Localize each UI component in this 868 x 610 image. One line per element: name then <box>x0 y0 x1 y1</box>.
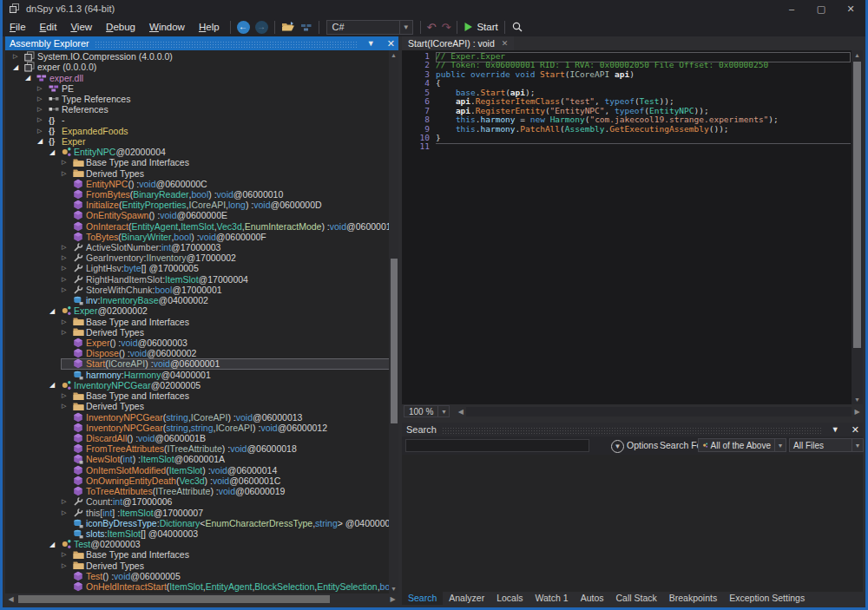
tree-row[interactable]: ▷System.IO.Compression (4.0.0.0) <box>5 51 390 62</box>
tree-row-content[interactable]: ◢exper.dll <box>24 72 390 82</box>
tree-row-content[interactable]: ▷Count : int @17000006 <box>61 496 390 507</box>
panel-close-button[interactable]: ✕ <box>848 424 863 436</box>
tree-row-content[interactable]: ▷ActiveSlotNumber : int @17000003 <box>61 242 390 253</box>
tree-row-content[interactable]: DiscardAll() : void @0600001B <box>61 433 390 443</box>
tree-row[interactable]: OnInteract(EntityAgent, ItemSlot, Vec3d,… <box>5 221 390 232</box>
tree-row-content[interactable]: ▷System.IO.Compression (4.0.0.0) <box>12 51 390 62</box>
menu-item-edit[interactable]: Edit <box>33 22 64 32</box>
tree-row-content[interactable]: ▷{ }- <box>36 115 390 125</box>
scroll-right-arrow[interactable]: ▶ <box>852 408 863 416</box>
tree-row-content[interactable]: ▷StoreWithChunk : bool @17000001 <box>61 285 390 295</box>
expander-icon[interactable]: ▷ <box>61 562 73 569</box>
panel-menu-button[interactable]: ▼ <box>828 425 843 434</box>
tree-row-content[interactable]: ◢{ }Exper <box>36 136 390 147</box>
tree-row-content[interactable]: inv : InventoryBase @04000002 <box>61 295 390 305</box>
menu-item-view[interactable]: View <box>63 22 99 32</box>
expander-icon[interactable]: ▷ <box>36 116 49 123</box>
tree-row-content[interactable]: NewSlot(int) : ItemSlot @0600001A <box>61 454 390 464</box>
tree-row[interactable]: DiscardAll() : void @0600001B <box>5 433 390 443</box>
tree-row-content[interactable]: ▷Base Type and Interfaces <box>61 549 390 560</box>
expander-icon[interactable]: ▷ <box>36 95 49 102</box>
expander-icon[interactable]: ▷ <box>61 254 73 261</box>
tree-row-content[interactable]: ▷LightHsv : byte[] @17000005 <box>61 263 390 273</box>
tree-row[interactable]: ▷Base Type and Interfaces <box>5 316 390 326</box>
redo-button[interactable]: ↷ <box>439 18 454 36</box>
tree-row[interactable]: inv : InventoryBase @04000002 <box>5 295 390 305</box>
expander-icon[interactable]: ▷ <box>36 128 49 134</box>
panel-close-button[interactable]: ✕ <box>384 38 398 49</box>
tree-row-content[interactable]: FromBytes(BinaryReader, bool) : void @06… <box>61 189 390 200</box>
tree-row[interactable]: OnOwningEntityDeath(Vec3d) : void @06000… <box>5 476 390 486</box>
editor-vertical-scrollbar[interactable]: ▲ ▼ <box>852 50 863 404</box>
tree-row-content[interactable]: Test() : void @06000005 <box>61 571 390 581</box>
tree-row[interactable]: ▷Derived Types <box>5 327 390 338</box>
tree-row[interactable]: ▷GearInventory : IInventory @17000002 <box>5 253 390 263</box>
tree-row[interactable]: EntityNPC() : void @0600000C <box>5 179 390 189</box>
language-combobox[interactable]: C# ▼ <box>326 20 413 35</box>
tree-row-content[interactable]: ◢Test @02000003 <box>49 539 390 549</box>
tree-row-content[interactable]: ◢exper (0.0.0.0) <box>12 62 390 72</box>
expander-icon[interactable]: ▷ <box>61 159 73 166</box>
files-combobox[interactable]: All Files ▼ <box>789 438 864 452</box>
tree-row-content[interactable]: ◢EntityNPC @02000004 <box>49 147 390 157</box>
tree-row-content[interactable]: Dispose() : void @06000002 <box>61 348 390 358</box>
expander-icon[interactable]: ◢ <box>36 137 49 145</box>
tree-row-content[interactable]: FromTreeAttributes(ITreeAttribute) : voi… <box>61 443 390 454</box>
tree-row[interactable]: ▷Derived Types <box>5 167 390 178</box>
tree-row[interactable]: ◢Exper @02000002 <box>5 305 390 316</box>
tree-row[interactable]: ToTreeAttributes(ITreeAttribute) : void … <box>5 486 390 496</box>
tree-row[interactable]: ◢Test @02000003 <box>5 539 390 549</box>
tree-row[interactable]: ▷{ }- <box>5 115 390 125</box>
expander-icon[interactable]: ▷ <box>61 551 73 558</box>
expander-icon[interactable]: ▷ <box>61 329 73 336</box>
expander-icon[interactable]: ▷ <box>61 498 73 505</box>
tree-row[interactable]: NewSlot(int) : ItemSlot @0600001A <box>5 454 390 464</box>
tree-row-content[interactable]: Initialize(EntityProperties, ICoreAPI, l… <box>61 200 390 210</box>
tree-row-content[interactable]: ▷RightHandItemSlot : ItemSlot @17000004 <box>61 274 390 285</box>
tree-row[interactable]: harmony : Harmony @04000001 <box>5 370 390 380</box>
tab-close-icon[interactable]: ✕ <box>502 39 509 48</box>
tree-row[interactable]: ▷Base Type and Interfaces <box>5 549 390 560</box>
code-line[interactable]: 3public override void Start(ICoreAPI api… <box>402 70 852 79</box>
tree-row[interactable]: ▷StoreWithChunk : bool @17000001 <box>5 285 390 295</box>
tool-tab-breakpoints[interactable]: Breakpoints <box>663 592 723 605</box>
code-line[interactable]: 11 <box>402 142 852 151</box>
scroll-up-arrow[interactable]: ▲ <box>852 50 863 60</box>
scroll-down-arrow[interactable]: ▼ <box>852 395 863 404</box>
tree-row[interactable]: ▷References <box>5 104 390 115</box>
tree-row-content[interactable]: ◢InventoryNPCGear @02000005 <box>49 380 390 390</box>
tree-row[interactable]: OnHeldInteractStart(ItemSlot, EntityAgen… <box>5 581 390 592</box>
scroll-left-arrow[interactable]: ◀ <box>455 408 466 416</box>
tree-row-content[interactable]: ToBytes(BinaryWriter, bool) : void @0600… <box>61 232 390 242</box>
tree-row[interactable]: InventoryNPCGear(string, string, ICoreAP… <box>5 423 390 433</box>
tool-tab-watch-1[interactable]: Watch 1 <box>529 592 575 605</box>
options-label[interactable]: Options <box>627 440 658 450</box>
tree-row[interactable]: ◢EntityNPC @02000004 <box>5 147 390 157</box>
minimize-button[interactable]: – <box>777 0 806 17</box>
search-assemblies-button[interactable] <box>509 18 526 36</box>
open-module-list-button[interactable] <box>298 18 315 36</box>
menu-item-window[interactable]: Window <box>142 22 192 32</box>
tree-row-content[interactable]: slots : ItemSlot[] @04000003 <box>61 528 390 539</box>
code-editor[interactable]: 1// Exper.Exper2// Token: 0x06000001 RID… <box>402 50 863 404</box>
tool-tab-exception-settings[interactable]: Exception Settings <box>723 592 811 605</box>
code-line[interactable]: 9 this.harmony.PatchAll(Assembly.GetExec… <box>402 125 852 134</box>
tree-row-content[interactable]: ▷{ }ExpandedFoods <box>36 126 390 136</box>
tree-row[interactable]: ▷Derived Types <box>5 561 390 571</box>
tree-row-content[interactable]: ▷Type References <box>36 94 390 104</box>
tool-tab-autos[interactable]: Autos <box>575 592 610 605</box>
tree-row-content[interactable]: ▷References <box>36 104 390 115</box>
expander-icon[interactable]: ▷ <box>61 509 73 516</box>
tree-row[interactable]: ToBytes(BinaryWriter, bool) : void @0600… <box>5 232 390 242</box>
tree-row[interactable]: ◢InventoryNPCGear @02000005 <box>5 380 390 390</box>
expander-icon[interactable]: ▷ <box>36 85 49 92</box>
tree-row[interactable]: ▷RightHandItemSlot : ItemSlot @17000004 <box>5 274 390 285</box>
expander-icon[interactable]: ▷ <box>61 403 73 410</box>
tree-row-content[interactable]: OnHeldInteractStart(ItemSlot, EntityAgen… <box>61 581 398 592</box>
search-results-area[interactable] <box>402 455 863 592</box>
tree-row[interactable]: InventoryNPCGear(string, ICoreAPI) : voi… <box>5 411 390 422</box>
scrollbar-thumb[interactable] <box>391 259 398 423</box>
tree-row[interactable]: ◢exper (0.0.0.0) <box>5 62 390 72</box>
menu-item-debug[interactable]: Debug <box>99 22 142 32</box>
tree-row[interactable]: ▷Base Type and Interfaces <box>5 157 390 167</box>
